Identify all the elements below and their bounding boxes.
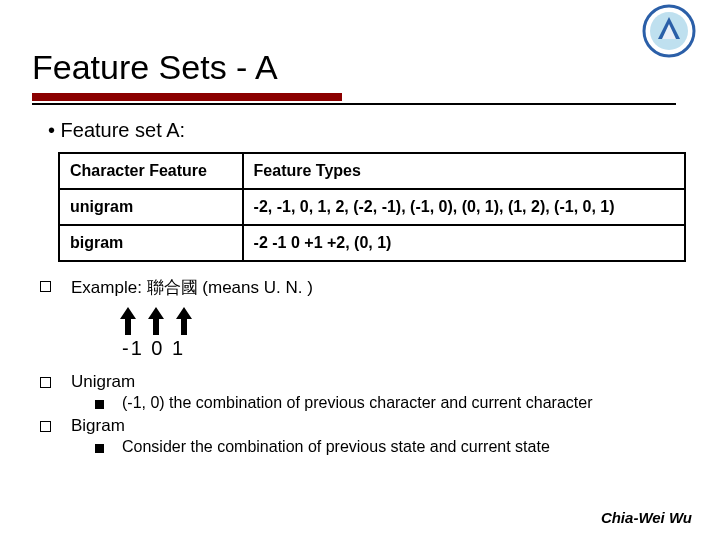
outline-bullet-icon (40, 421, 51, 432)
cell-unigram-types: -2, -1, 0, 1, 2, (-2, -1), (-1, 0), (0, … (243, 189, 685, 225)
title-rule (32, 93, 676, 105)
bigram-desc: Consider the combination of previous sta… (122, 438, 550, 456)
unigram-desc: (-1, 0) the combination of previous char… (122, 394, 592, 412)
outline-bullet-icon (40, 377, 51, 388)
index-labels: -1 0 1 (122, 337, 676, 360)
up-arrow-icon (120, 307, 136, 335)
bigram-heading: Bigram (71, 416, 676, 436)
author-name: Chia-Wei Wu (601, 509, 692, 526)
cell-bigram-label: bigram (59, 225, 243, 261)
col-header-types: Feature Types (243, 153, 685, 189)
outline-bullet-icon (40, 281, 51, 292)
cell-bigram-types: -2 -1 0 +1 +2, (0, 1) (243, 225, 685, 261)
square-bullet-icon (95, 400, 104, 409)
lead-bullet: • Feature set A: (48, 119, 676, 142)
up-arrows-row (120, 307, 676, 335)
cell-unigram-label: unigram (59, 189, 243, 225)
table-row: Character Feature Feature Types (59, 153, 685, 189)
example-text: Example: 聯合國 (means U. N. ) (71, 276, 676, 299)
table-row: bigram -2 -1 0 +1 +2, (0, 1) (59, 225, 685, 261)
up-arrow-icon (148, 307, 164, 335)
slide-body: • Feature set A: Character Feature Featu… (0, 105, 720, 458)
up-arrow-icon (176, 307, 192, 335)
square-bullet-icon (95, 444, 104, 453)
slide-title: Feature Sets - A (0, 0, 720, 93)
table-row: unigram -2, -1, 0, 1, 2, (-2, -1), (-1, … (59, 189, 685, 225)
feature-table: Character Feature Feature Types unigram … (58, 152, 686, 262)
institution-logo (642, 4, 696, 58)
unigram-heading: Unigram (71, 372, 676, 392)
col-header-feature: Character Feature (59, 153, 243, 189)
